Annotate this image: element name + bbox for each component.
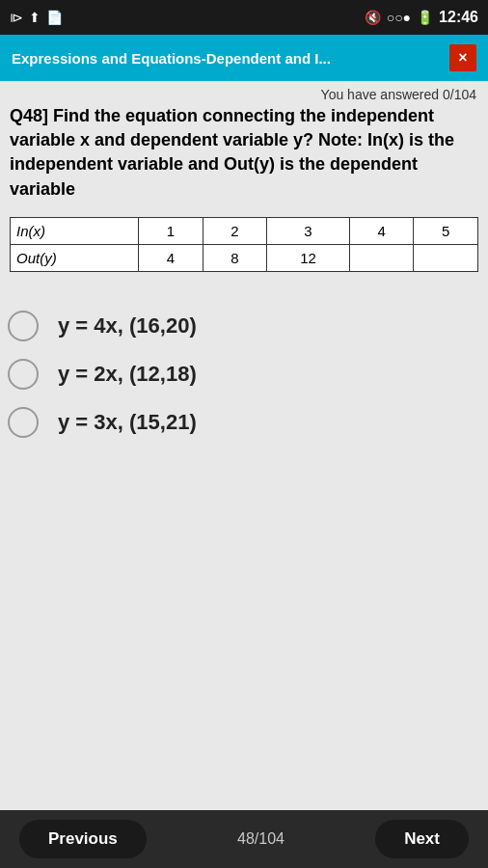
usb-icon: ⧐ [10,10,23,25]
previous-button[interactable]: Previous [19,820,147,858]
table-header-row: In(x) 1 2 3 4 5 [11,217,478,244]
table-header-2: 2 [203,217,267,244]
table-cell-empty2 [414,244,478,271]
table-cell-empty1 [349,244,414,271]
page-indicator: 48/104 [237,830,285,848]
upload-icon: ⬆ [29,10,41,25]
question-body: Find the equation connecting the indepen… [10,106,454,199]
option-1-label: y = 4x, (16,20) [58,313,197,339]
radio-2[interactable] [8,359,39,390]
table-header-5: 5 [414,217,478,244]
radio-1[interactable] [8,311,39,341]
battery-icon: 🔋 [417,10,433,25]
close-button[interactable]: × [449,44,476,71]
radio-3[interactable] [8,407,39,438]
option-3-label: y = 3x, (15,21) [58,410,197,435]
status-left-icons: ⧐ ⬆ 📄 [10,10,63,25]
status-bar: ⧐ ⬆ 📄 🔇 ○○● 🔋 12:46 [0,0,488,35]
option-2-label: y = 2x, (12,18) [58,362,197,387]
silent-icon: 🔇 [365,10,381,25]
status-right-icons: 🔇 ○○● 🔋 12:46 [365,9,478,26]
status-time: 12:46 [439,9,478,26]
app-title: Expressions and Equations-Dependent and … [12,50,449,67]
option-1[interactable]: y = 4x, (16,20) [8,311,480,341]
table-cell-12: 12 [267,244,350,271]
file-icon: 📄 [46,10,63,25]
table-data-row: Out(y) 4 8 12 [11,244,478,271]
main-content: You have answered 0/104 Q48] Find the eq… [0,81,488,810]
option-3[interactable]: y = 3x, (15,21) [8,407,480,438]
title-bar: Expressions and Equations-Dependent and … [0,35,488,81]
table-header-3: 3 [267,217,350,244]
question-text: Q48] Find the equation connecting the in… [8,104,480,202]
question-number: Q48] [10,106,48,125]
table-cell-outy: Out(y) [11,244,139,271]
options-container: y = 4x, (16,20) y = 2x, (12,18) y = 3x, … [8,311,480,438]
data-table: In(x) 1 2 3 4 5 Out(y) 4 8 12 [10,217,478,272]
table-cell-8: 8 [203,244,267,271]
next-button[interactable]: Next [375,820,469,858]
table-header-1: 1 [139,217,203,244]
data-table-container: In(x) 1 2 3 4 5 Out(y) 4 8 12 [10,217,478,272]
progress-text: You have answered 0/104 [8,81,480,104]
table-header-4: 4 [349,217,414,244]
bottom-navigation: Previous 48/104 Next [0,810,488,868]
table-cell-4: 4 [139,244,203,271]
signal-icon: ○○● [387,10,411,25]
table-header-inx: In(x) [11,217,139,244]
option-2[interactable]: y = 2x, (12,18) [8,359,480,390]
